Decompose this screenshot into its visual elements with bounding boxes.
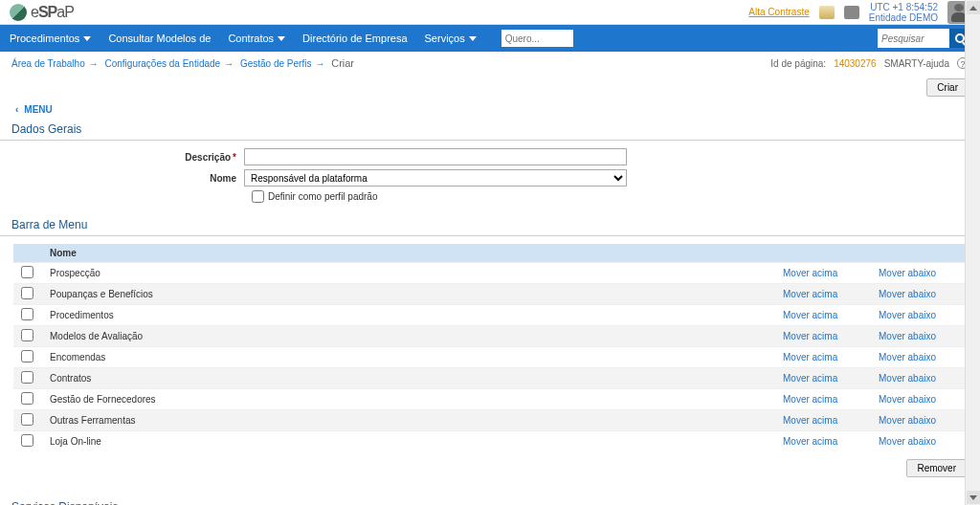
table-row: Loja On-lineMover acimaMover abaixo [13, 431, 967, 452]
row-name: Modelos de Avaliação [42, 326, 775, 347]
nome-label: Nome [0, 173, 244, 184]
row-checkbox[interactable] [21, 350, 33, 362]
breadcrumb: Área de Trabalho→ Configurações da Entid… [11, 57, 354, 69]
criar-button[interactable]: Criar [926, 78, 969, 97]
col-nome: Nome [42, 244, 775, 263]
mover-acima-link[interactable]: Mover acima [775, 284, 871, 305]
crumb-gestao-perfis[interactable]: Gestão de Perfis [240, 58, 311, 69]
scrollbar[interactable] [965, 0, 980, 505]
high-contrast-link[interactable]: Alta Contraste [748, 7, 809, 17]
row-name: Prospecção [42, 263, 775, 284]
chevron-up-icon [969, 6, 977, 11]
definir-padrao-label: Definir como perfil padrão [268, 191, 378, 202]
section-servicos: Serviços Disponíveis [0, 496, 980, 505]
col-checkbox [13, 244, 42, 263]
mover-abaixo-link[interactable]: Mover abaixo [871, 431, 967, 452]
chevron-down-icon [969, 495, 977, 500]
row-checkbox[interactable] [21, 413, 33, 426]
nav-servicos[interactable]: Serviços [425, 33, 477, 44]
mover-abaixo-link[interactable]: Mover abaixo [871, 305, 967, 326]
page-id-value: 14030276 [834, 58, 877, 69]
logo-icon [10, 4, 27, 21]
crumb-current: Criar [331, 57, 354, 69]
definir-padrao-checkbox[interactable] [252, 190, 264, 203]
row-name: Encomendas [42, 347, 775, 368]
chevron-down-icon [469, 36, 477, 41]
row-checkbox[interactable] [21, 434, 33, 447]
page-id-label: Id de página: [770, 58, 826, 69]
row-checkbox[interactable] [21, 329, 33, 341]
mover-acima-link[interactable]: Mover acima [775, 389, 871, 410]
search-input[interactable] [878, 29, 949, 48]
row-name: Poupanças e Benefícios [42, 284, 775, 305]
table-row: ProspecçãoMover acimaMover abaixo [13, 263, 967, 284]
row-name: Outras Ferramentas [42, 410, 775, 431]
row-checkbox[interactable] [21, 308, 33, 320]
mover-acima-link[interactable]: Mover acima [775, 263, 871, 284]
row-checkbox[interactable] [21, 266, 33, 278]
nav-consultar-modelos[interactable]: Consultar Modelos de [108, 33, 211, 44]
descricao-label: Descrição* [0, 152, 244, 163]
table-row: EncomendasMover acimaMover abaixo [13, 347, 967, 368]
chevron-down-icon [83, 36, 91, 41]
crumb-config-entidade[interactable]: Configurações da Entidade [105, 58, 221, 69]
menu-table: Nome ProspecçãoMover acimaMover abaixoPo… [13, 244, 967, 451]
row-checkbox[interactable] [21, 392, 33, 405]
mover-acima-link[interactable]: Mover acima [775, 347, 871, 368]
mover-abaixo-link[interactable]: Mover abaixo [871, 347, 967, 368]
col-abaixo [871, 244, 967, 263]
mover-abaixo-link[interactable]: Mover abaixo [871, 389, 967, 410]
table-row: Poupanças e BenefíciosMover acimaMover a… [13, 284, 967, 305]
table-row: ContratosMover acimaMover abaixo [13, 368, 967, 389]
col-acima [775, 244, 871, 263]
mover-abaixo-link[interactable]: Mover abaixo [871, 326, 967, 347]
search-icon [955, 33, 965, 43]
mail-icon[interactable] [819, 6, 835, 19]
table-row: Outras FerramentasMover acimaMover abaix… [13, 410, 967, 431]
mover-abaixo-link[interactable]: Mover abaixo [871, 368, 967, 389]
row-name: Contratos [42, 368, 775, 389]
smarty-help-link[interactable]: SMARTY-ajuda [884, 58, 949, 69]
section-dados-gerais: Dados Gerais [0, 119, 980, 141]
mover-acima-link[interactable]: Mover acima [775, 410, 871, 431]
nav-contratos[interactable]: Contratos [228, 33, 285, 44]
chevron-down-icon [278, 36, 285, 41]
mover-acima-link[interactable]: Mover acima [775, 431, 871, 452]
menu-back-link[interactable]: ‹MENU [0, 100, 980, 119]
scroll-up-button[interactable] [967, 1, 980, 14]
scroll-down-button[interactable] [967, 491, 980, 504]
nav-directorio[interactable]: Directório de Empresa [302, 33, 407, 44]
nav-procedimentos[interactable]: Procedimentos [10, 33, 91, 44]
mover-acima-link[interactable]: Mover acima [775, 368, 871, 389]
section-barra-menu: Barra de Menu [0, 214, 980, 236]
logo-text: eSPaP [31, 4, 74, 21]
clock-info: UTC +1 8:54:52 Entidade DEMO [869, 2, 938, 23]
table-row: Modelos de AvaliaçãoMover acimaMover aba… [13, 326, 967, 347]
remover-button[interactable]: Remover [906, 459, 967, 477]
row-checkbox[interactable] [21, 371, 33, 384]
row-name: Loja On-line [42, 431, 775, 452]
row-name: Gestão de Fornecedores [42, 389, 775, 410]
mover-abaixo-link[interactable]: Mover abaixo [871, 410, 967, 431]
row-checkbox[interactable] [21, 287, 33, 299]
main-nav: Procedimentos Consultar Modelos de Contr… [0, 25, 980, 52]
mover-acima-link[interactable]: Mover acima [775, 326, 871, 347]
table-row: Gestão de FornecedoresMover acimaMover a… [13, 389, 967, 410]
mover-abaixo-link[interactable]: Mover abaixo [871, 263, 967, 284]
print-icon[interactable] [844, 6, 859, 19]
row-name: Procedimentos [42, 305, 775, 326]
mover-acima-link[interactable]: Mover acima [775, 305, 871, 326]
logo: eSPaP [10, 4, 74, 21]
nome-select[interactable]: Responsável da plataforma [244, 169, 627, 187]
mover-abaixo-link[interactable]: Mover abaixo [871, 284, 967, 305]
descricao-input[interactable] [244, 148, 627, 165]
quero-input[interactable] [501, 30, 573, 47]
table-row: ProcedimentosMover acimaMover abaixo [13, 305, 967, 326]
crumb-area-trabalho[interactable]: Área de Trabalho [11, 58, 85, 69]
